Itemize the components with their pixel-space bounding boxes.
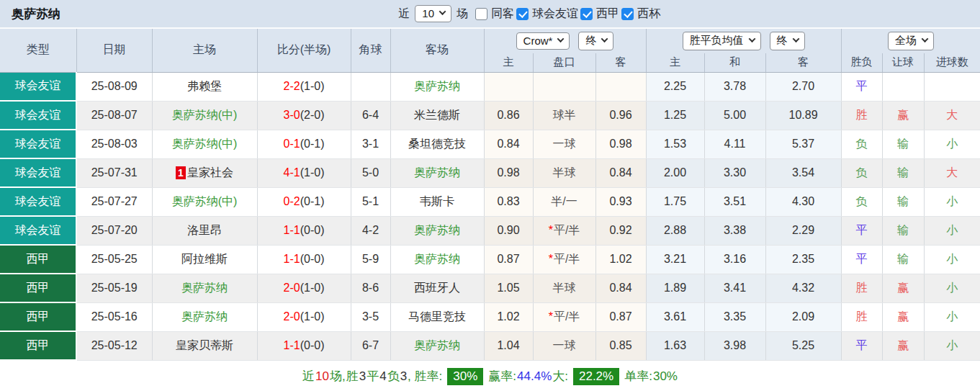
- filter-checkbox[interactable]: [580, 8, 593, 20]
- league-cell: 西甲: [0, 302, 76, 331]
- filter-label: 西杯: [637, 6, 660, 22]
- crow-away-odds-cell: 0.96: [595, 101, 646, 130]
- result-cell: 平: [841, 216, 882, 245]
- result-cell: 平: [841, 245, 882, 274]
- home-team-name: 皇家社会: [187, 166, 233, 179]
- table-row: 球会友谊25-07-27奥萨苏纳(中)0-2(0-1)5-1韦斯卡0.83半/一…: [0, 187, 980, 216]
- avg-away-cell: 2.29: [765, 216, 841, 245]
- crow-home-odds-cell: 0.83: [484, 187, 533, 216]
- avg-away-cell: 4.32: [765, 274, 841, 302]
- result-cell: 平: [841, 72, 882, 101]
- crow-away-odds-cell: 0.84: [595, 274, 646, 302]
- subcol-header: 胜负: [841, 53, 882, 72]
- filter-label: 球会友谊: [532, 6, 578, 22]
- score-cell: 1-1(0-0): [257, 331, 351, 360]
- footer-segment: 3: [359, 369, 366, 384]
- away-cell: 奥萨苏纳: [390, 72, 484, 101]
- col-header-corner: 角球: [351, 29, 390, 72]
- goals-cell: 大: [924, 101, 980, 130]
- handicap-cell: 半球: [533, 158, 595, 187]
- home-team-name: 皇家贝蒂斯: [176, 339, 233, 351]
- handicap-cell: *平/半: [533, 216, 595, 245]
- away-cell: 米兰德斯: [390, 101, 484, 130]
- away-team-name: 米兰德斯: [414, 109, 460, 121]
- halftime-score: (0-0): [300, 253, 325, 265]
- handicap-cell: 球半: [533, 101, 595, 130]
- table-row: 西甲25-05-12皇家贝蒂斯1-1(0-0)6-7奥萨苏纳1.04一球0.85…: [0, 331, 980, 360]
- score-cell: 3-0(2-0): [257, 101, 351, 130]
- filter-checkbox[interactable]: [516, 8, 529, 20]
- col-header-date: 日期: [76, 29, 152, 72]
- table-row: 西甲25-05-25阿拉维斯1-1(0-0)5-9奥萨苏纳0.87*平/半1.0…: [0, 245, 980, 274]
- col-header-type: 类型: [0, 29, 76, 72]
- crow-home-odds-cell: [484, 72, 533, 101]
- date-cell: 25-05-25: [76, 245, 152, 274]
- corner-cell: 5-1: [351, 187, 390, 216]
- result-cell: 平: [841, 331, 882, 360]
- home-cell: 1皇家社会: [152, 158, 257, 187]
- home-team-name: 洛里昂: [187, 224, 222, 236]
- star-marker: *: [549, 310, 553, 323]
- goals-cell: 小: [924, 130, 980, 158]
- handicap-cell: 一球: [533, 130, 595, 158]
- footer-segment: 场,: [330, 368, 346, 385]
- avg-final-select[interactable]: 终: [770, 32, 805, 50]
- away-team-name: 马德里竞技: [408, 310, 466, 323]
- league-cell: 球会友谊: [0, 216, 76, 245]
- avg-odds-select[interactable]: 胜平负均值: [683, 32, 761, 50]
- fullmatch-select[interactable]: 全场: [888, 32, 934, 50]
- avg-away-cell: 4.30: [765, 187, 841, 216]
- score-cell: 1-1(0-0): [257, 216, 351, 245]
- chevron-down-icon: [601, 35, 608, 42]
- halftime-score: (0-1): [300, 138, 325, 150]
- bookmaker-select[interactable]: Crow*: [516, 32, 570, 50]
- chevron-down-icon: [557, 35, 565, 42]
- halftime-score: (1-0): [300, 80, 325, 92]
- subcol-header: 客: [595, 53, 646, 72]
- avg-draw-cell: 4.11: [704, 130, 765, 158]
- avg-draw-cell: 3.41: [704, 274, 765, 302]
- result-cell: 负: [841, 187, 882, 216]
- fulltime-score: 1-1: [284, 339, 300, 351]
- home-team-name: 奥萨苏纳: [181, 282, 228, 294]
- fulltime-score: 2-2: [284, 80, 300, 92]
- crow-final-select[interactable]: 终: [578, 32, 613, 50]
- handicap-value: 半球: [553, 282, 576, 294]
- top-bar: 奥萨苏纳 近 10 场 同客球会友谊西甲西杯: [0, 0, 980, 29]
- result-cell: 负: [841, 158, 882, 187]
- footer-segment: 平: [367, 368, 379, 385]
- corner-cell: 3-5: [351, 302, 390, 331]
- crow-away-odds-cell: [595, 72, 646, 101]
- date-cell: 25-08-07: [76, 101, 152, 130]
- result-cell: 胜: [841, 302, 882, 331]
- near-count-select[interactable]: 10: [415, 5, 451, 22]
- crow-away-odds-cell: 0.92: [595, 216, 646, 245]
- away-team-name: 奥萨苏纳: [414, 224, 460, 236]
- league-cell: 西甲: [0, 331, 76, 360]
- home-cell: 奥萨苏纳(中): [152, 101, 257, 130]
- col-header-home: 主场: [152, 29, 257, 72]
- away-team-name: 奥萨苏纳: [414, 339, 460, 351]
- filter-checkbox[interactable]: [475, 8, 487, 20]
- handicap-cell: [533, 72, 595, 101]
- halftime-score: (1-0): [300, 282, 325, 294]
- avg-home-cell: 1.53: [646, 130, 704, 158]
- handicap-cell: 一球: [533, 331, 595, 360]
- handicap-result-cell: [882, 72, 924, 101]
- home-cell: 奥萨苏纳(中): [152, 130, 257, 158]
- avg-away-cell: 2.09: [765, 302, 841, 331]
- league-cell: 球会友谊: [0, 101, 76, 130]
- result-cell: 负: [841, 130, 882, 158]
- away-team-name: 桑坦德竞技: [408, 138, 466, 150]
- home-cell: 阿拉维斯: [152, 245, 257, 274]
- footer-segment: 3: [400, 369, 407, 384]
- fulltime-score: 1-1: [284, 253, 300, 265]
- subcol-header: 进球数: [924, 53, 980, 72]
- fulltime-score: 4-1: [284, 166, 300, 179]
- matches-table: 类型 日期 主场 比分(半场) 角球 客场 Crow* 终: [0, 29, 980, 361]
- filter-checkbox[interactable]: [621, 8, 634, 20]
- fulltime-score: 3-0: [284, 109, 300, 121]
- away-cell: 马德里竞技: [390, 302, 484, 331]
- crow-home-odds-cell: 1.05: [484, 274, 533, 302]
- home-team-name: 奥萨苏纳(中): [172, 195, 238, 207]
